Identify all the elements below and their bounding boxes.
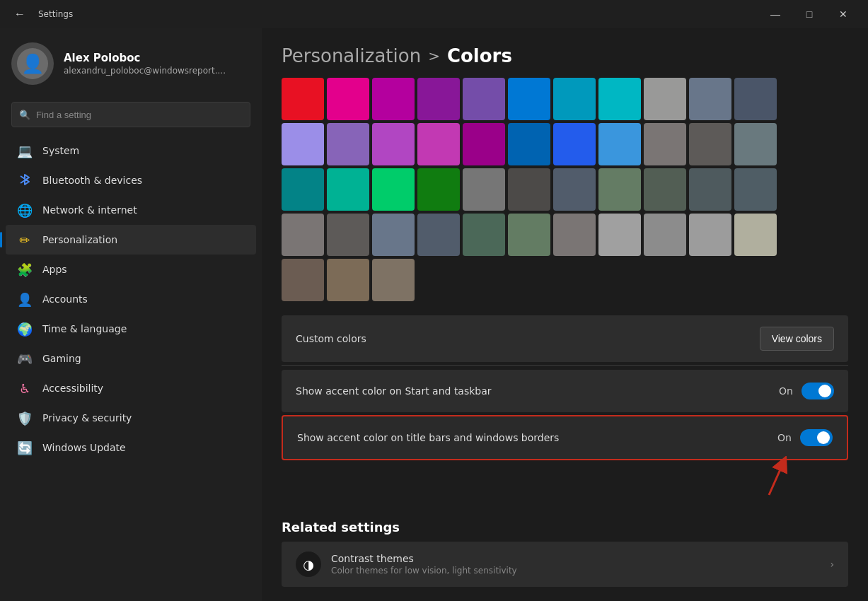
maximize-button[interactable]: □ xyxy=(793,3,826,25)
user-info: Alex Poloboc alexandru_poloboc@windowsre… xyxy=(64,52,226,76)
color-swatch[interactable] xyxy=(282,214,324,256)
color-swatch[interactable] xyxy=(463,123,505,165)
related-text: Contrast themes Color themes for low vis… xyxy=(331,553,517,576)
color-swatch[interactable] xyxy=(508,214,550,256)
color-swatch[interactable] xyxy=(508,78,550,120)
sidebar-item-personalization[interactable]: ✏️ Personalization xyxy=(6,225,256,255)
color-swatch[interactable] xyxy=(553,78,596,120)
color-swatch[interactable] xyxy=(372,123,415,165)
sidebar-item-accessibility[interactable]: ♿ Accessibility xyxy=(6,373,256,403)
back-button[interactable]: ← xyxy=(8,3,31,25)
color-swatch[interactable] xyxy=(734,214,777,256)
breadcrumb-parent: Personalization xyxy=(282,45,421,66)
color-swatch[interactable] xyxy=(644,78,686,120)
user-profile[interactable]: 👤 Alex Poloboc alexandru_poloboc@windows… xyxy=(0,28,262,96)
color-grid xyxy=(282,78,848,301)
color-swatch[interactable] xyxy=(463,168,505,211)
color-swatch[interactable] xyxy=(644,214,686,256)
title-bar: ← Settings — □ ✕ xyxy=(0,0,868,28)
color-swatch[interactable] xyxy=(689,214,731,256)
color-swatch[interactable] xyxy=(463,214,505,256)
accent-start-right: On xyxy=(779,383,834,399)
color-swatch[interactable] xyxy=(417,123,460,165)
sidebar-item-apps[interactable]: 🧩 Apps xyxy=(6,255,256,284)
view-colors-button[interactable]: View colors xyxy=(760,327,834,351)
color-swatch[interactable] xyxy=(282,78,324,120)
color-swatch[interactable] xyxy=(689,78,731,120)
app-body: 👤 Alex Poloboc alexandru_poloboc@windows… xyxy=(0,28,868,601)
toggle-settings-section: Show accent color on Start and taskbar O… xyxy=(262,370,868,460)
accessibility-icon: ♿ xyxy=(17,380,33,396)
color-swatch[interactable] xyxy=(327,123,369,165)
accent-start-toggle[interactable] xyxy=(802,383,834,399)
sidebar-item-label: Gaming xyxy=(42,353,81,364)
sidebar-item-system[interactable]: 💻 System xyxy=(6,136,256,165)
title-bar-left: ← Settings xyxy=(8,3,73,25)
color-swatch[interactable] xyxy=(417,168,460,211)
custom-colors-label: Custom colors xyxy=(296,333,366,344)
color-swatch[interactable] xyxy=(372,214,415,256)
color-swatch[interactable] xyxy=(689,168,731,211)
sidebar-item-label: System xyxy=(42,145,79,156)
sidebar-item-label: Apps xyxy=(42,264,67,275)
minimize-button[interactable]: — xyxy=(759,3,792,25)
close-button[interactable]: ✕ xyxy=(827,3,860,25)
sidebar-item-bluetooth[interactable]: Bluetooth & devices xyxy=(6,165,256,195)
color-swatch[interactable] xyxy=(372,78,415,120)
color-swatch[interactable] xyxy=(553,214,596,256)
color-swatch[interactable] xyxy=(282,168,324,211)
color-swatch[interactable] xyxy=(282,123,324,165)
color-swatch[interactable] xyxy=(598,168,641,211)
arrow-annotation xyxy=(712,456,797,498)
color-swatch[interactable] xyxy=(644,123,686,165)
related-settings-item-contrast[interactable]: ◑ Contrast themes Color themes for low v… xyxy=(282,542,848,587)
contrast-themes-icon: ◑ xyxy=(296,552,321,577)
update-icon: 🔄 xyxy=(17,440,33,455)
related-left: ◑ Contrast themes Color themes for low v… xyxy=(296,552,517,577)
search-input[interactable] xyxy=(36,110,243,120)
color-swatch[interactable] xyxy=(644,168,686,211)
sidebar-item-label: Bluetooth & devices xyxy=(42,175,142,186)
color-swatch[interactable] xyxy=(327,168,369,211)
user-email: alexandru_poloboc@windowsreport.... xyxy=(64,66,226,76)
color-swatch[interactable] xyxy=(734,78,777,120)
accounts-icon: 👤 xyxy=(17,291,33,307)
search-container: 🔍 xyxy=(0,96,262,136)
sidebar-item-label: Network & internet xyxy=(42,204,137,216)
user-name: Alex Poloboc xyxy=(64,52,226,64)
sidebar-item-label: Accessibility xyxy=(42,383,103,394)
color-swatch[interactable] xyxy=(417,78,460,120)
color-swatch[interactable] xyxy=(282,259,324,301)
color-swatch[interactable] xyxy=(553,123,596,165)
content-area: Personalization > Colors xyxy=(262,28,868,601)
color-swatch[interactable] xyxy=(734,123,777,165)
apps-icon: 🧩 xyxy=(17,262,33,277)
color-swatch[interactable] xyxy=(598,123,641,165)
color-swatch[interactable] xyxy=(508,168,550,211)
sidebar-item-update[interactable]: 🔄 Windows Update xyxy=(6,433,256,462)
color-swatch[interactable] xyxy=(598,214,641,256)
sidebar-item-gaming[interactable]: 🎮 Gaming xyxy=(6,344,256,373)
color-swatch[interactable] xyxy=(463,78,505,120)
color-swatch[interactable] xyxy=(372,168,415,211)
sidebar-item-privacy[interactable]: 🛡️ Privacy & security xyxy=(6,403,256,433)
sidebar-item-network[interactable]: 🌐 Network & internet xyxy=(6,195,256,225)
custom-colors-row: Custom colors View colors xyxy=(282,315,848,362)
gaming-icon: 🎮 xyxy=(17,351,33,366)
color-swatch[interactable] xyxy=(734,168,777,211)
color-swatch[interactable] xyxy=(508,123,550,165)
color-swatch[interactable] xyxy=(327,214,369,256)
color-swatch[interactable] xyxy=(553,168,596,211)
sidebar-item-time[interactable]: 🌍 Time & language xyxy=(6,314,256,344)
color-swatch[interactable] xyxy=(598,78,641,120)
contrast-themes-title: Contrast themes xyxy=(331,553,517,564)
sidebar-item-accounts[interactable]: 👤 Accounts xyxy=(6,284,256,314)
accent-start-row: Show accent color on Start and taskbar O… xyxy=(282,370,848,412)
color-swatch[interactable] xyxy=(372,259,415,301)
color-swatch[interactable] xyxy=(327,78,369,120)
accent-title-row: Show accent color on title bars and wind… xyxy=(282,415,848,460)
color-swatch[interactable] xyxy=(689,123,731,165)
color-swatch[interactable] xyxy=(327,259,369,301)
color-swatch[interactable] xyxy=(417,214,460,256)
accent-title-toggle[interactable] xyxy=(800,429,833,446)
